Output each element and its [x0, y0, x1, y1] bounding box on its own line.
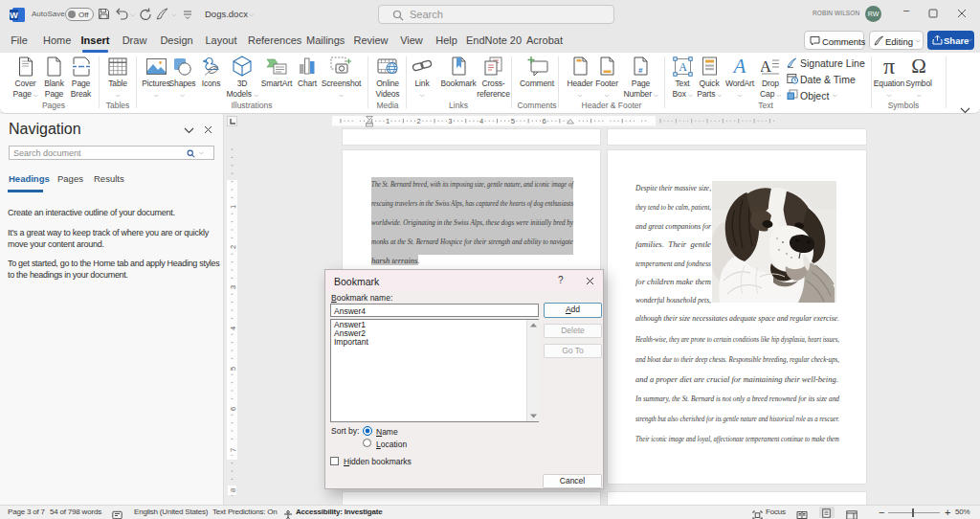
svg-text:A: A: [761, 57, 772, 76]
svg-text:7: 7: [229, 448, 237, 452]
svg-text:2: 2: [229, 245, 237, 249]
svg-text:4: 4: [479, 117, 483, 125]
svg-text:8: 8: [229, 488, 237, 492]
svg-text:A: A: [732, 56, 746, 76]
svg-text:6: 6: [229, 407, 237, 411]
svg-text:W: W: [10, 11, 18, 20]
svg-text:1: 1: [229, 205, 237, 209]
svg-text:5: 5: [511, 117, 515, 125]
svg-text:1: 1: [386, 117, 390, 125]
svg-text:2: 2: [417, 117, 421, 125]
svg-text:3: 3: [229, 285, 237, 289]
svg-text:3: 3: [448, 117, 452, 125]
svg-text:5: 5: [229, 367, 237, 371]
svg-text:A: A: [679, 60, 687, 74]
svg-text:6: 6: [542, 117, 546, 125]
svg-text:4: 4: [229, 327, 237, 330]
svg-text:#: #: [638, 66, 643, 75]
